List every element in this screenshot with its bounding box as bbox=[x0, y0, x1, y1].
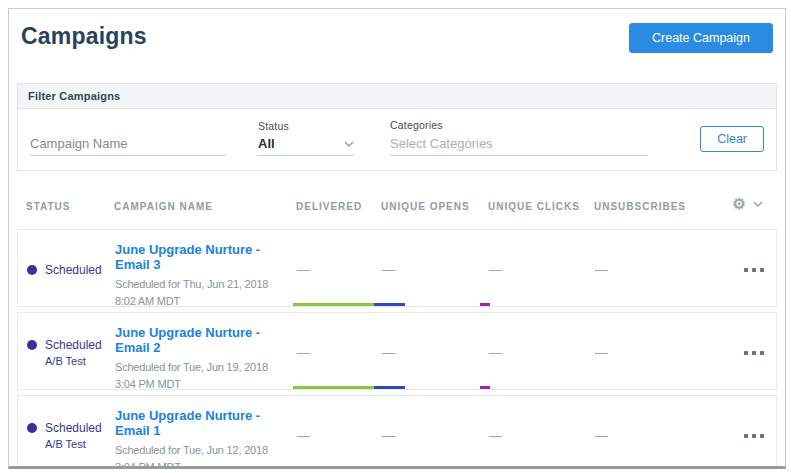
column-header-delivered: Delivered bbox=[296, 201, 381, 212]
column-header-campaign-name: Campaign Name bbox=[114, 201, 296, 212]
filter-body: Status All Categories Clear bbox=[18, 109, 776, 170]
ellipsis-icon bbox=[760, 434, 764, 438]
table-row: Scheduled A/B Test June Upgrade Nurture … bbox=[17, 395, 777, 469]
ellipsis-icon bbox=[744, 434, 748, 438]
clear-filters-button[interactable]: Clear bbox=[700, 126, 764, 152]
status-cell: Scheduled A/B Test bbox=[27, 338, 115, 367]
unique-clicks-bar bbox=[480, 386, 490, 389]
column-header-unique-opens: Unique Opens bbox=[381, 201, 488, 212]
campaign-schedule-text: Scheduled for Tue, Jun 19, 2018 3:04 PM … bbox=[115, 359, 285, 392]
categories-field: Categories bbox=[390, 119, 648, 156]
table-row: Scheduled A/B Test June Upgrade Nurture … bbox=[17, 312, 777, 390]
ellipsis-icon bbox=[752, 434, 756, 438]
page-header: Campaigns Create Campaign bbox=[17, 23, 777, 53]
status-dot-icon bbox=[27, 340, 37, 350]
table-settings-button[interactable]: ⚙ bbox=[716, 195, 777, 212]
ellipsis-icon bbox=[752, 351, 756, 355]
status-field: Status All bbox=[258, 120, 354, 156]
unique-opens-bar bbox=[374, 303, 405, 306]
status-dot-icon bbox=[27, 265, 37, 275]
unique-opens-value: — bbox=[382, 262, 489, 277]
ellipsis-icon bbox=[760, 351, 764, 355]
categories-label: Categories bbox=[390, 119, 648, 131]
create-campaign-button[interactable]: Create Campaign bbox=[629, 23, 773, 53]
column-header-status: Status bbox=[26, 201, 114, 212]
campaign-cell: June Upgrade Nurture - Email 1 Scheduled… bbox=[115, 396, 297, 469]
delivered-value: — bbox=[297, 262, 382, 277]
delivered-bar bbox=[293, 303, 374, 306]
unsubscribes-value: — bbox=[595, 262, 717, 277]
campaign-name-input[interactable] bbox=[30, 134, 226, 155]
status-text: Scheduled bbox=[45, 263, 102, 277]
column-header-unique-clicks: Unique Clicks bbox=[488, 201, 594, 212]
campaign-schedule-text: Scheduled for Tue, Jun 12, 2018 3:04 PM … bbox=[115, 442, 285, 469]
app-window: Campaigns Create Campaign Filter Campaig… bbox=[8, 8, 786, 469]
status-selected-value: All bbox=[258, 136, 275, 151]
chevron-down-icon bbox=[344, 141, 354, 147]
campaign-cell: June Upgrade Nurture - Email 3 Scheduled… bbox=[115, 230, 297, 309]
unique-opens-value: — bbox=[382, 428, 489, 443]
delivered-bar bbox=[293, 386, 374, 389]
campaign-name-link[interactable]: June Upgrade Nurture - Email 3 bbox=[115, 242, 285, 272]
status-cell: Scheduled A/B Test bbox=[27, 421, 115, 450]
delivered-value: — bbox=[297, 345, 382, 360]
filter-panel: Filter Campaigns Status All Categories C… bbox=[17, 83, 777, 171]
delivered-value: — bbox=[297, 428, 382, 443]
unique-clicks-bar bbox=[480, 303, 490, 306]
gear-icon: ⚙ bbox=[733, 196, 747, 211]
unsubscribes-value: — bbox=[595, 428, 717, 443]
unique-clicks-value: — bbox=[489, 345, 595, 360]
unique-opens-value: — bbox=[382, 345, 489, 360]
page-title: Campaigns bbox=[21, 23, 147, 50]
row-actions-menu[interactable] bbox=[717, 268, 776, 272]
campaign-list: Scheduled June Upgrade Nurture - Email 3… bbox=[17, 229, 777, 469]
chevron-down-icon bbox=[753, 201, 763, 207]
column-header-unsubscribes: Unsubscribes bbox=[594, 201, 716, 212]
row-actions-menu[interactable] bbox=[717, 351, 776, 355]
unique-clicks-value: — bbox=[489, 262, 595, 277]
status-cell: Scheduled bbox=[27, 263, 115, 277]
filter-panel-title: Filter Campaigns bbox=[18, 84, 776, 109]
unique-clicks-value: — bbox=[489, 428, 595, 443]
table-row: Scheduled June Upgrade Nurture - Email 3… bbox=[17, 229, 777, 307]
status-text: Scheduled bbox=[45, 421, 102, 435]
unsubscribes-value: — bbox=[595, 345, 717, 360]
status-dot-icon bbox=[27, 423, 37, 433]
ellipsis-icon bbox=[744, 351, 748, 355]
ellipsis-icon bbox=[760, 268, 764, 272]
campaign-cell: June Upgrade Nurture - Email 2 Scheduled… bbox=[115, 313, 297, 392]
status-text: Scheduled bbox=[45, 338, 102, 352]
status-select[interactable]: All bbox=[258, 135, 354, 156]
status-label: Status bbox=[258, 120, 354, 132]
categories-input[interactable] bbox=[390, 134, 648, 155]
ellipsis-icon bbox=[744, 268, 748, 272]
status-subtext: A/B Test bbox=[45, 438, 115, 450]
table-header: Status Campaign Name Delivered Unique Op… bbox=[17, 201, 777, 212]
ellipsis-icon bbox=[752, 268, 756, 272]
campaign-schedule-text: Scheduled for Thu, Jun 21, 2018 8:02 AM … bbox=[115, 276, 285, 309]
status-subtext: A/B Test bbox=[45, 355, 115, 367]
row-actions-menu[interactable] bbox=[717, 434, 776, 438]
campaign-name-link[interactable]: June Upgrade Nurture - Email 1 bbox=[115, 408, 285, 438]
campaign-name-field bbox=[30, 134, 226, 156]
unique-opens-bar bbox=[374, 386, 405, 389]
campaign-name-link[interactable]: June Upgrade Nurture - Email 2 bbox=[115, 325, 285, 355]
